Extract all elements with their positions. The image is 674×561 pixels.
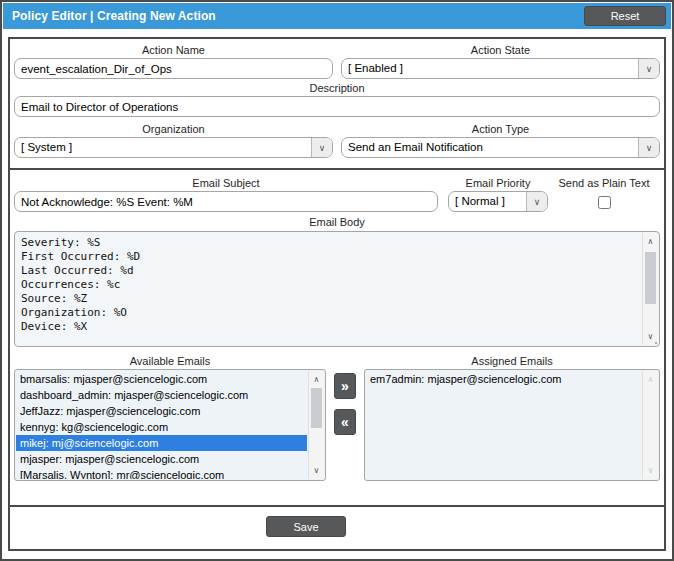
scroll-down-icon[interactable]: ∨ — [309, 463, 324, 478]
email-priority-value: [ Normal ] — [449, 192, 526, 211]
action-form-panel: Action Name Action State [ Enabled ] ∨ D… — [8, 37, 666, 551]
list-item[interactable]: mjasper: mjasper@sciencelogic.com — [16, 451, 307, 467]
assign-email-button[interactable]: » — [334, 373, 356, 399]
chevron-down-icon: ∨ — [638, 138, 659, 157]
email-priority-label: Email Priority — [448, 174, 548, 191]
send-plain-text-checkbox[interactable] — [598, 196, 611, 209]
email-body-field: Severity: %S First Occurred: %D Last Occ… — [14, 231, 660, 347]
list-item[interactable]: JeffJazz: mjasper@sciencelogic.com — [16, 403, 307, 419]
action-state-select[interactable]: [ Enabled ] ∨ — [341, 58, 660, 79]
action-name-input[interactable] — [14, 58, 333, 79]
scroll-up-icon[interactable]: ∧ — [643, 372, 658, 387]
save-button[interactable]: Save — [266, 516, 346, 537]
assigned-emails-list[interactable]: em7admin: mjasper@sciencelogic.com ∧ ∨ — [364, 369, 660, 481]
assigned-emails-label: Assigned Emails — [364, 352, 660, 369]
available-emails-scrollbar[interactable]: ∧ ∨ — [308, 371, 324, 479]
scroll-up-icon[interactable]: ∧ — [643, 234, 658, 249]
resize-grip-icon[interactable] — [655, 342, 657, 344]
organization-label: Organization — [14, 120, 333, 137]
reset-button[interactable]: Reset — [584, 6, 666, 26]
list-item[interactable]: em7admin: mjasper@sciencelogic.com — [366, 371, 641, 387]
send-plain-text-label: Send as Plain Text — [548, 174, 660, 191]
list-item[interactable]: mikej: mj@sciencelogic.com — [16, 435, 307, 451]
available-emails-list[interactable]: bmarsalis: mjasper@sciencelogic.com dash… — [14, 369, 326, 481]
list-item[interactable]: dashboard_admin: mjasper@sciencelogic.co… — [16, 387, 307, 403]
section-divider — [10, 168, 664, 170]
scroll-up-icon[interactable]: ∧ — [309, 372, 324, 387]
chevron-down-icon: ∨ — [638, 59, 659, 78]
titlebar: Policy Editor | Creating New Action Rese… — [3, 3, 671, 29]
email-body-scrollbar[interactable]: ∧ ∨ — [642, 233, 658, 345]
list-item[interactable]: bmarsalis: mjasper@sciencelogic.com — [16, 371, 307, 387]
policy-editor-window: Policy Editor | Creating New Action Rese… — [0, 0, 674, 561]
organization-select[interactable]: [ System ] ∨ — [14, 137, 333, 158]
email-subject-input[interactable] — [14, 191, 438, 212]
list-item[interactable]: kennyg: kg@sciencelogic.com — [16, 419, 307, 435]
scrollbar-thumb[interactable] — [645, 252, 656, 304]
assigned-emails-scrollbar[interactable]: ∧ ∨ — [642, 371, 658, 479]
chevron-down-icon: ∨ — [311, 138, 332, 157]
action-type-value: Send an Email Notification — [342, 138, 638, 157]
scrollbar-thumb[interactable] — [311, 388, 322, 428]
email-body-label: Email Body — [14, 213, 660, 230]
email-subject-label: Email Subject — [14, 174, 438, 191]
organization-value: [ System ] — [15, 138, 311, 157]
list-item[interactable]: [Marsalis, Wynton]: mr@sciencelogic.com — [16, 467, 307, 479]
available-emails-label: Available Emails — [14, 352, 326, 369]
description-label: Description — [14, 79, 660, 96]
page-title: Policy Editor | Creating New Action — [12, 9, 216, 23]
action-state-label: Action State — [341, 41, 660, 58]
scroll-down-icon[interactable]: ∨ — [643, 463, 658, 478]
action-type-label: Action Type — [341, 120, 660, 137]
action-name-label: Action Name — [14, 41, 333, 58]
chevron-down-icon: ∨ — [526, 192, 547, 211]
email-priority-select[interactable]: [ Normal ] ∨ — [448, 191, 548, 212]
email-body-textarea[interactable]: Severity: %S First Occurred: %D Last Occ… — [15, 232, 645, 346]
action-state-value: [ Enabled ] — [342, 59, 638, 78]
description-input[interactable] — [14, 96, 660, 117]
unassign-email-button[interactable]: « — [334, 409, 356, 435]
action-type-select[interactable]: Send an Email Notification ∨ — [341, 137, 660, 158]
